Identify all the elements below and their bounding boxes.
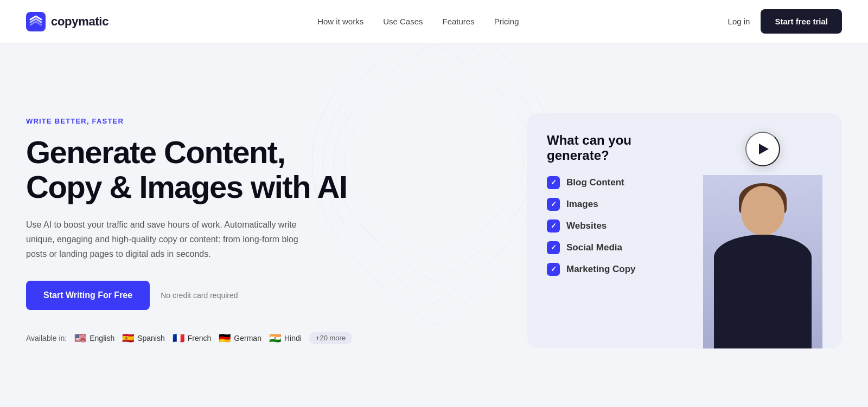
hero-section: WRITE BETTER, FASTER Generate Content, C… bbox=[0, 43, 868, 407]
nav-how-it-works[interactable]: How it works bbox=[317, 17, 363, 26]
play-triangle-icon bbox=[759, 144, 769, 154]
lang-english-label: English bbox=[90, 334, 114, 343]
lang-german: 🇩🇪 German bbox=[219, 333, 261, 343]
check-icon-4 bbox=[547, 241, 560, 254]
list-item: Social Media bbox=[547, 241, 690, 254]
card-right-area bbox=[703, 137, 822, 348]
nav-use-cases[interactable]: Use Cases bbox=[383, 17, 423, 26]
available-in-label: Available in: bbox=[26, 334, 67, 343]
hero-left: WRITE BETTER, FASTER Generate Content, C… bbox=[26, 117, 362, 344]
nav-features[interactable]: Features bbox=[443, 17, 475, 26]
play-area bbox=[745, 132, 780, 166]
hero-title: Generate Content, Copy & Images with AI bbox=[26, 135, 362, 204]
list-item-label-5: Marketing Copy bbox=[566, 264, 636, 275]
nav-links: How it works Use Cases Features Pricing bbox=[317, 17, 519, 27]
nav-right: Log in Start free trial bbox=[728, 9, 842, 34]
person-body bbox=[714, 235, 812, 348]
person-illustration bbox=[703, 175, 822, 348]
list-item: Marketing Copy bbox=[547, 263, 690, 276]
check-icon-2 bbox=[547, 198, 560, 211]
start-writing-button[interactable]: Start Writing For Free bbox=[26, 281, 150, 310]
lang-french-label: French bbox=[188, 334, 212, 343]
lang-hindi: 🇮🇳 Hindi bbox=[269, 333, 302, 343]
list-item-label-1: Blog Content bbox=[566, 177, 624, 188]
flag-german: 🇩🇪 bbox=[219, 333, 231, 343]
list-item-label-4: Social Media bbox=[566, 242, 622, 253]
logo-text: copymatic bbox=[51, 15, 108, 29]
check-icon-3 bbox=[547, 219, 560, 232]
languages-row: Available in: 🇺🇸 English 🇪🇸 Spanish 🇫🇷 F… bbox=[26, 332, 362, 344]
list-item: Websites bbox=[547, 219, 690, 232]
logo-link[interactable]: copymatic bbox=[26, 12, 108, 31]
flag-french: 🇫🇷 bbox=[173, 333, 184, 343]
lang-hindi-label: Hindi bbox=[284, 334, 302, 343]
card-content: What can you generate? Blog Content Imag… bbox=[547, 133, 690, 276]
nav-pricing[interactable]: Pricing bbox=[494, 17, 519, 26]
card-top: What can you generate? Blog Content Imag… bbox=[547, 133, 822, 348]
more-languages-badge: +20 more bbox=[309, 332, 352, 344]
start-trial-button[interactable]: Start free trial bbox=[761, 9, 842, 34]
check-icon-5 bbox=[547, 263, 560, 276]
lang-english: 🇺🇸 English bbox=[74, 333, 114, 343]
list-item-label-3: Websites bbox=[566, 221, 607, 231]
person-head bbox=[741, 186, 784, 235]
play-button[interactable] bbox=[745, 132, 780, 166]
flag-spanish: 🇪🇸 bbox=[122, 333, 134, 343]
hero-cta: Start Writing For Free No credit card re… bbox=[26, 281, 362, 310]
lang-french: 🇫🇷 French bbox=[173, 333, 212, 343]
generate-card: What can you generate? Blog Content Imag… bbox=[527, 113, 842, 348]
list-item: Images bbox=[547, 198, 690, 211]
card-title: What can you generate? bbox=[547, 133, 690, 163]
no-credit-card-text: No credit card required bbox=[161, 291, 238, 300]
hero-description: Use AI to boost your traffic and save ho… bbox=[26, 217, 308, 262]
lang-spanish-label: Spanish bbox=[137, 334, 165, 343]
lang-spanish: 🇪🇸 Spanish bbox=[122, 333, 165, 343]
list-item: Blog Content bbox=[547, 176, 690, 189]
list-item-label-2: Images bbox=[566, 199, 598, 210]
flag-hindi: 🇮🇳 bbox=[269, 333, 281, 343]
flag-english: 🇺🇸 bbox=[74, 333, 86, 343]
check-icon-1 bbox=[547, 176, 560, 189]
card-list: Blog Content Images Websites Social bbox=[547, 176, 690, 276]
navbar: copymatic How it works Use Cases Feature… bbox=[0, 0, 868, 43]
login-button[interactable]: Log in bbox=[728, 17, 750, 26]
hero-right: What can you generate? Blog Content Imag… bbox=[527, 113, 842, 348]
logo-icon bbox=[26, 12, 46, 31]
lang-german-label: German bbox=[234, 334, 261, 343]
hero-tag: WRITE BETTER, FASTER bbox=[26, 117, 362, 125]
